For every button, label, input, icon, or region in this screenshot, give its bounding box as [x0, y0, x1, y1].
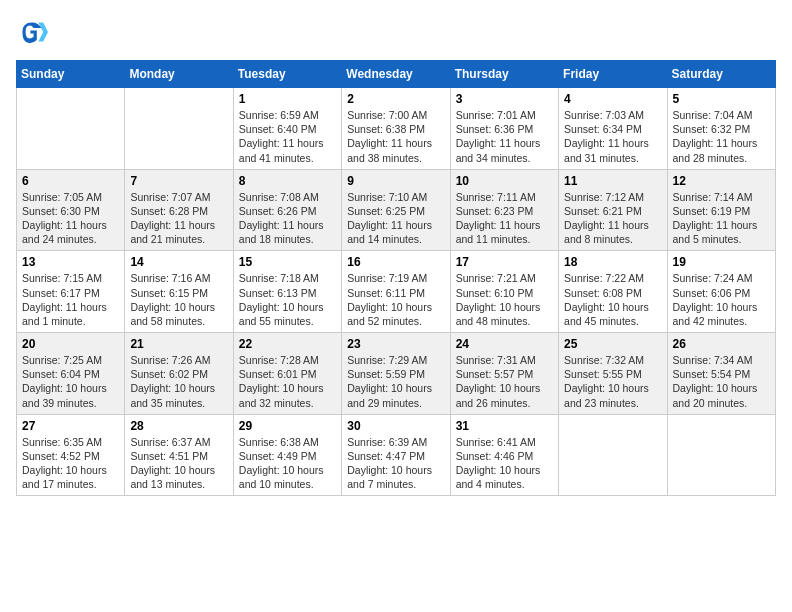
day-info: Sunrise: 7:31 AM Sunset: 5:57 PM Dayligh… [456, 353, 553, 410]
calendar-week-row: 1Sunrise: 6:59 AM Sunset: 6:40 PM Daylig… [17, 88, 776, 170]
day-number: 15 [239, 255, 336, 269]
weekday-header: Wednesday [342, 61, 450, 88]
weekday-header: Tuesday [233, 61, 341, 88]
calendar-cell [17, 88, 125, 170]
weekday-header-row: SundayMondayTuesdayWednesdayThursdayFrid… [17, 61, 776, 88]
calendar-cell: 19Sunrise: 7:24 AM Sunset: 6:06 PM Dayli… [667, 251, 775, 333]
calendar-week-row: 6Sunrise: 7:05 AM Sunset: 6:30 PM Daylig… [17, 169, 776, 251]
day-info: Sunrise: 6:38 AM Sunset: 4:49 PM Dayligh… [239, 435, 336, 492]
day-info: Sunrise: 7:28 AM Sunset: 6:01 PM Dayligh… [239, 353, 336, 410]
day-info: Sunrise: 7:24 AM Sunset: 6:06 PM Dayligh… [673, 271, 770, 328]
day-info: Sunrise: 7:11 AM Sunset: 6:23 PM Dayligh… [456, 190, 553, 247]
day-number: 4 [564, 92, 661, 106]
day-info: Sunrise: 7:29 AM Sunset: 5:59 PM Dayligh… [347, 353, 444, 410]
calendar-week-row: 13Sunrise: 7:15 AM Sunset: 6:17 PM Dayli… [17, 251, 776, 333]
day-number: 13 [22, 255, 119, 269]
calendar-week-row: 27Sunrise: 6:35 AM Sunset: 4:52 PM Dayli… [17, 414, 776, 496]
calendar-cell: 4Sunrise: 7:03 AM Sunset: 6:34 PM Daylig… [559, 88, 667, 170]
day-number: 29 [239, 419, 336, 433]
calendar-cell: 1Sunrise: 6:59 AM Sunset: 6:40 PM Daylig… [233, 88, 341, 170]
day-info: Sunrise: 7:00 AM Sunset: 6:38 PM Dayligh… [347, 108, 444, 165]
calendar-cell: 29Sunrise: 6:38 AM Sunset: 4:49 PM Dayli… [233, 414, 341, 496]
calendar-cell: 12Sunrise: 7:14 AM Sunset: 6:19 PM Dayli… [667, 169, 775, 251]
day-number: 27 [22, 419, 119, 433]
day-number: 12 [673, 174, 770, 188]
logo [16, 16, 54, 48]
day-number: 16 [347, 255, 444, 269]
calendar-cell: 23Sunrise: 7:29 AM Sunset: 5:59 PM Dayli… [342, 333, 450, 415]
calendar-cell: 6Sunrise: 7:05 AM Sunset: 6:30 PM Daylig… [17, 169, 125, 251]
calendar-cell: 18Sunrise: 7:22 AM Sunset: 6:08 PM Dayli… [559, 251, 667, 333]
calendar-cell: 10Sunrise: 7:11 AM Sunset: 6:23 PM Dayli… [450, 169, 558, 251]
day-info: Sunrise: 7:10 AM Sunset: 6:25 PM Dayligh… [347, 190, 444, 247]
calendar-cell [125, 88, 233, 170]
day-info: Sunrise: 7:04 AM Sunset: 6:32 PM Dayligh… [673, 108, 770, 165]
day-info: Sunrise: 7:12 AM Sunset: 6:21 PM Dayligh… [564, 190, 661, 247]
day-number: 25 [564, 337, 661, 351]
day-number: 28 [130, 419, 227, 433]
calendar-cell: 11Sunrise: 7:12 AM Sunset: 6:21 PM Dayli… [559, 169, 667, 251]
logo-icon [16, 16, 48, 48]
day-info: Sunrise: 7:19 AM Sunset: 6:11 PM Dayligh… [347, 271, 444, 328]
calendar-cell: 9Sunrise: 7:10 AM Sunset: 6:25 PM Daylig… [342, 169, 450, 251]
weekday-header: Monday [125, 61, 233, 88]
day-number: 23 [347, 337, 444, 351]
calendar-cell: 13Sunrise: 7:15 AM Sunset: 6:17 PM Dayli… [17, 251, 125, 333]
day-number: 14 [130, 255, 227, 269]
day-info: Sunrise: 7:15 AM Sunset: 6:17 PM Dayligh… [22, 271, 119, 328]
day-info: Sunrise: 6:39 AM Sunset: 4:47 PM Dayligh… [347, 435, 444, 492]
page-header [16, 16, 776, 48]
day-info: Sunrise: 6:41 AM Sunset: 4:46 PM Dayligh… [456, 435, 553, 492]
day-info: Sunrise: 6:35 AM Sunset: 4:52 PM Dayligh… [22, 435, 119, 492]
day-info: Sunrise: 7:22 AM Sunset: 6:08 PM Dayligh… [564, 271, 661, 328]
day-number: 9 [347, 174, 444, 188]
day-info: Sunrise: 7:07 AM Sunset: 6:28 PM Dayligh… [130, 190, 227, 247]
day-number: 30 [347, 419, 444, 433]
calendar-cell: 26Sunrise: 7:34 AM Sunset: 5:54 PM Dayli… [667, 333, 775, 415]
day-number: 2 [347, 92, 444, 106]
calendar-cell: 27Sunrise: 6:35 AM Sunset: 4:52 PM Dayli… [17, 414, 125, 496]
day-number: 7 [130, 174, 227, 188]
day-info: Sunrise: 7:16 AM Sunset: 6:15 PM Dayligh… [130, 271, 227, 328]
day-info: Sunrise: 7:25 AM Sunset: 6:04 PM Dayligh… [22, 353, 119, 410]
weekday-header: Sunday [17, 61, 125, 88]
weekday-header: Thursday [450, 61, 558, 88]
calendar-cell: 15Sunrise: 7:18 AM Sunset: 6:13 PM Dayli… [233, 251, 341, 333]
day-number: 21 [130, 337, 227, 351]
day-info: Sunrise: 7:14 AM Sunset: 6:19 PM Dayligh… [673, 190, 770, 247]
calendar-week-row: 20Sunrise: 7:25 AM Sunset: 6:04 PM Dayli… [17, 333, 776, 415]
day-number: 24 [456, 337, 553, 351]
day-number: 20 [22, 337, 119, 351]
calendar-cell: 5Sunrise: 7:04 AM Sunset: 6:32 PM Daylig… [667, 88, 775, 170]
day-info: Sunrise: 7:34 AM Sunset: 5:54 PM Dayligh… [673, 353, 770, 410]
calendar-cell: 30Sunrise: 6:39 AM Sunset: 4:47 PM Dayli… [342, 414, 450, 496]
day-number: 19 [673, 255, 770, 269]
day-number: 1 [239, 92, 336, 106]
day-number: 5 [673, 92, 770, 106]
calendar-cell: 20Sunrise: 7:25 AM Sunset: 6:04 PM Dayli… [17, 333, 125, 415]
day-number: 3 [456, 92, 553, 106]
day-info: Sunrise: 7:05 AM Sunset: 6:30 PM Dayligh… [22, 190, 119, 247]
day-number: 18 [564, 255, 661, 269]
day-number: 22 [239, 337, 336, 351]
day-number: 6 [22, 174, 119, 188]
calendar-cell: 21Sunrise: 7:26 AM Sunset: 6:02 PM Dayli… [125, 333, 233, 415]
calendar-cell: 17Sunrise: 7:21 AM Sunset: 6:10 PM Dayli… [450, 251, 558, 333]
day-info: Sunrise: 7:32 AM Sunset: 5:55 PM Dayligh… [564, 353, 661, 410]
calendar-cell: 3Sunrise: 7:01 AM Sunset: 6:36 PM Daylig… [450, 88, 558, 170]
calendar-cell: 22Sunrise: 7:28 AM Sunset: 6:01 PM Dayli… [233, 333, 341, 415]
day-info: Sunrise: 7:26 AM Sunset: 6:02 PM Dayligh… [130, 353, 227, 410]
calendar-cell: 25Sunrise: 7:32 AM Sunset: 5:55 PM Dayli… [559, 333, 667, 415]
day-info: Sunrise: 6:59 AM Sunset: 6:40 PM Dayligh… [239, 108, 336, 165]
day-number: 11 [564, 174, 661, 188]
calendar-cell [667, 414, 775, 496]
calendar-cell: 2Sunrise: 7:00 AM Sunset: 6:38 PM Daylig… [342, 88, 450, 170]
day-info: Sunrise: 6:37 AM Sunset: 4:51 PM Dayligh… [130, 435, 227, 492]
calendar-cell [559, 414, 667, 496]
calendar-cell: 24Sunrise: 7:31 AM Sunset: 5:57 PM Dayli… [450, 333, 558, 415]
weekday-header: Friday [559, 61, 667, 88]
day-info: Sunrise: 7:01 AM Sunset: 6:36 PM Dayligh… [456, 108, 553, 165]
calendar-cell: 14Sunrise: 7:16 AM Sunset: 6:15 PM Dayli… [125, 251, 233, 333]
day-number: 26 [673, 337, 770, 351]
weekday-header: Saturday [667, 61, 775, 88]
